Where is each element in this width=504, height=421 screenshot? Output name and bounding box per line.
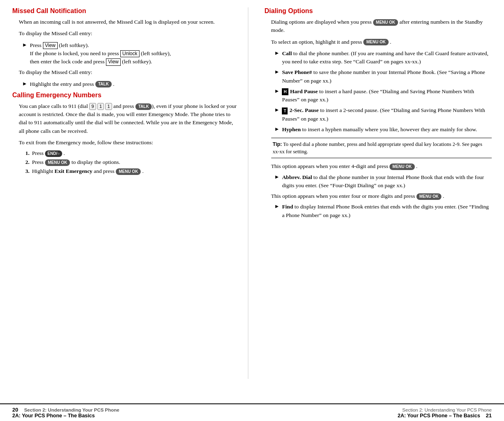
step-2: 2. Press MENU OK to display the options. [25, 159, 240, 166]
bullet-save-content: Save Phone# to save the phone number in … [282, 68, 492, 85]
footer-right: Section 2: Understanding Your PCS Phone … [252, 408, 492, 419]
step-3: 3. Highlight Exit Emergency and press ME… [25, 168, 240, 175]
bullet-hardpause-content: H Hard Pause to insert a hard pause. (Se… [282, 87, 492, 104]
left-column: Missed Call Notification When an incomin… [12, 7, 248, 379]
bullet-abbrev-content: Abbrev. Dial to dial the phone number in… [282, 173, 492, 190]
exit-emergency-label: Exit Emergency [54, 168, 92, 174]
key-1b: 1 [105, 103, 112, 110]
emergency-body: You can place calls to 911 (dial 9 1 1 a… [12, 102, 240, 175]
to-select-label: To select an option, highlight it and pr… [271, 39, 362, 45]
dialing-options-title: Dialing Options [265, 7, 492, 15]
missed-call-para1: When an incoming call is not answered, t… [19, 18, 240, 26]
missed-call-bullet2: ► Highlight the entry and press TALK . [19, 80, 240, 88]
footer-left-page-title: 2A: Your PCS Phone – The Basics [12, 413, 252, 419]
hard-pause-icon: H [282, 88, 288, 95]
to-display-label1: To display the Missed Call entry: [19, 29, 240, 38]
bullet-arrow-hyphen: ► [274, 126, 280, 134]
emergency-steps: 1. Press END/○ . 2. Press MENU OK [19, 150, 240, 175]
tip-box: Tip: To speed dial a phone number, press… [271, 138, 492, 158]
missed-call-section: Missed Call Notification When an incomin… [12, 7, 240, 88]
talk-button-1: TALK [95, 81, 112, 87]
menu-ok-dialing: MENU OK [373, 19, 398, 26]
step-2-text: to display the options. [72, 159, 120, 165]
step-2-num: 2. [25, 159, 29, 166]
step-1: 1. Press END/○ . [25, 150, 240, 157]
step-1-content: Press END/○ . [32, 150, 65, 157]
dialing-text-start: Dialing options are displayed when you p… [271, 19, 373, 25]
dialing-bullet-hardpause: ► H Hard Pause to insert a hard pause. (… [271, 87, 492, 104]
footer-right-page-title: 2A: Your PCS Phone – The Basics 21 [252, 412, 492, 419]
save-term: Save Phone# [282, 69, 312, 75]
sub-note-1-end: . [416, 163, 417, 169]
end-button: END/○ [45, 150, 62, 157]
if-locked-text: If the phone is locked, you need to pres… [30, 50, 120, 56]
bullet-arrow-find: ► [274, 203, 280, 219]
bullet-call-content: Call to dial the phone number. (If you a… [282, 49, 492, 66]
bullet-arrow-hardpause: ► [274, 88, 280, 104]
footer-right-section-label: Section 2: Understanding Your PCS Phone [252, 408, 492, 412]
hardpause-term: Hard Pause [290, 88, 318, 94]
save-text: to save the phone number in your Interna… [282, 69, 485, 83]
step-1-press: Press [32, 150, 45, 156]
page-container: Missed Call Notification When an incomin… [0, 0, 504, 421]
twosec-term: 2-Sec. Pause [290, 107, 319, 113]
missed-call-bullet2-content: Highlight the entry and press TALK . [30, 80, 115, 88]
call-text: to dial the phone number. (If you are ro… [282, 50, 488, 65]
menu-ok-subnote1: MENU OK [389, 163, 414, 170]
menu-ok-button-step3: MENU OK [116, 168, 141, 175]
footer-left-page-num: 20 Section 2: Understanding Your PCS Pho… [12, 407, 252, 413]
view-button-1: View [43, 42, 58, 49]
bullet-arrow-call: ► [274, 50, 280, 66]
key-1a: 1 [97, 103, 104, 110]
dialing-options-body: Dialing options are displayed when you p… [265, 18, 492, 219]
sub-note-2: This option appears when you enter four … [271, 192, 492, 200]
step-3-and-press: and press [94, 168, 116, 174]
bullet-arrow-2sec: ► [274, 107, 280, 123]
step-3-highlight: Highlight [32, 168, 54, 174]
dialing-bullet-save: ► Save Phone# to save the phone number i… [271, 68, 492, 85]
dialing-bullet-find: ► Find to display Internal Phone Book en… [271, 203, 492, 219]
press-label: Press [30, 42, 43, 48]
abbrev-text: to dial the phone number in your Interna… [282, 174, 484, 188]
right-column: Dialing Options Dialing options are disp… [261, 7, 492, 379]
emergency-text-and-press: and press [113, 103, 134, 109]
footer-left-section-label: Section 2: Understanding Your PCS Phone [24, 408, 119, 412]
step-1-num: 1. [25, 150, 29, 157]
dialing-options-section: Dialing Options Dialing options are disp… [265, 7, 492, 219]
abbrev-term: Abbrev. Dial [282, 174, 312, 180]
main-columns: Missed Call Notification When an incomin… [0, 0, 504, 403]
dialing-bullet-call: ► Call to dial the phone number. (If you… [271, 49, 492, 66]
sub-note-1: This option appears when you enter 4-dig… [271, 162, 492, 170]
period-1: . [113, 81, 114, 87]
to-select-text: To select an option, highlight it and pr… [271, 38, 492, 46]
hyphen-text: to insert a hyphen manually where you li… [302, 126, 477, 132]
to-display-label2: To display the Missed Call entry: [19, 68, 240, 76]
footer: 20 Section 2: Understanding Your PCS Pho… [0, 403, 504, 421]
bullet-find-content: Find to display Internal Phone Book entr… [282, 203, 492, 219]
sub-note-1-start: This option appears when you enter 4-dig… [271, 163, 390, 169]
step-3-period: . [142, 168, 144, 174]
footer-right-title-text: 2A: Your PCS Phone – The Basics [398, 413, 480, 419]
emergency-para1: You can place calls to 911 (dial 9 1 1 a… [19, 102, 240, 135]
menu-ok-button-step2: MENU OK [45, 159, 70, 166]
missed-call-body: When an incoming call is not answered, t… [12, 18, 240, 88]
missed-call-bullet1-content: Press View (left softkey). If the phone … [30, 41, 171, 66]
emergency-text-start: You can place calls to 911 (dial [19, 103, 89, 109]
find-text: to display Internal Phone Book entries t… [282, 204, 488, 218]
view-button-2: View [106, 58, 121, 66]
menu-ok-select: MENU OK [363, 39, 388, 45]
left-softkey-3: (left softkey). [121, 58, 152, 65]
two-sec-icon: T [282, 107, 288, 114]
page-num-20: 20 [12, 407, 18, 413]
step-3-content: Highlight Exit Emergency and press MENU … [32, 168, 144, 175]
call-term: Call [282, 50, 292, 56]
step-2-content: Press MENU OK to display the options. [32, 159, 120, 166]
hyphen-term: Hyphen [282, 126, 301, 132]
tip-text: To speed dial a phone number, press and … [273, 141, 482, 155]
bullet-arrow-abbrev: ► [274, 174, 280, 190]
find-term: Find [282, 204, 293, 210]
talk-button-emergency: TALK [135, 103, 152, 110]
key-9: 9 [89, 103, 96, 110]
bullet-2sec-content: T 2-Sec. Pause to insert a 2-second paus… [282, 106, 492, 123]
to-exit-label: To exit from the Emergency mode, follow … [19, 139, 240, 147]
